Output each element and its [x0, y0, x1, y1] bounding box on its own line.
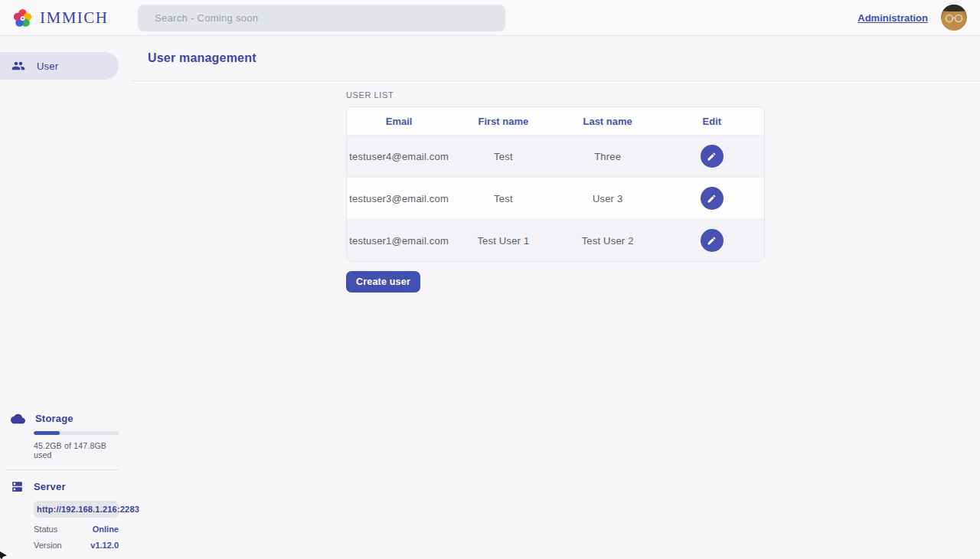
dns-server-icon [11, 480, 24, 493]
glasses-icon [944, 14, 964, 23]
table-body: testuser4@email.com Test Three testuser3… [347, 135, 764, 261]
pencil-icon [707, 152, 717, 162]
cloud-icon [11, 414, 25, 424]
cell-email: testuser3@email.com [347, 193, 451, 204]
administration-link[interactable]: Administration [858, 12, 928, 24]
user-avatar[interactable] [941, 5, 967, 31]
table-row: testuser4@email.com Test Three [347, 135, 764, 177]
version-label: Version [34, 541, 62, 550]
search-bar [138, 5, 505, 31]
cell-email: testuser1@email.com [347, 235, 451, 247]
cell-first-name: Test User 1 [451, 235, 555, 247]
storage-progress-fill [34, 431, 60, 435]
page-title: User management [148, 51, 256, 65]
storage-progress-bar [34, 431, 119, 435]
server-status-row: Status Online [34, 525, 119, 534]
storage-section: Storage 45.2GB of 147.8GB used [11, 413, 119, 459]
cell-last-name: User 3 [556, 193, 660, 204]
cell-edit [660, 145, 764, 168]
cell-last-name: Test User 2 [556, 235, 660, 247]
sidebar-item-label: User [37, 60, 58, 72]
edit-user-button[interactable] [701, 187, 724, 210]
storage-usage-text: 45.2GB of 147.8GB used [34, 441, 119, 459]
table-row: testuser3@email.com Test User 3 [347, 177, 764, 219]
top-navbar: IMMICH Administration [0, 0, 980, 36]
column-header-last-name: Last name [556, 116, 660, 127]
page-header: User management [131, 36, 980, 81]
people-group-icon [11, 59, 25, 73]
sidebar: User Storage 45.2GB of 147.8GB used [0, 36, 131, 559]
table-header-row: Email First name Last name Edit [347, 107, 764, 135]
cell-email: testuser4@email.com [347, 151, 451, 162]
immich-flower-icon [12, 8, 33, 28]
version-value: v1.12.0 [90, 541, 119, 550]
cell-edit [660, 229, 764, 252]
sidebar-footer: Storage 45.2GB of 147.8GB used Server [0, 413, 131, 559]
server-version-row: Version v1.12.0 [34, 541, 119, 550]
user-table: Email First name Last name Edit testuser… [346, 106, 765, 262]
user-list-section: USER LIST Email First name Last name Edi… [346, 90, 765, 293]
search-input[interactable] [138, 5, 505, 31]
footer-divider [6, 469, 119, 470]
table-row: testuser1@email.com Test User 1 Test Use… [347, 219, 764, 261]
user-list-label: USER LIST [346, 90, 765, 100]
pencil-icon [707, 236, 717, 246]
status-label: Status [34, 525, 57, 534]
content-area: User management USER LIST Email First na… [131, 36, 980, 559]
cell-edit [660, 187, 764, 210]
server-url-chip: http://192.168.1.216:2283 [34, 501, 119, 518]
cell-last-name: Three [556, 151, 660, 162]
create-user-button[interactable]: Create user [346, 271, 420, 293]
status-value: Online [93, 525, 119, 534]
column-header-first-name: First name [451, 116, 555, 127]
navbar-right: Administration [858, 5, 980, 31]
column-header-email: Email [347, 116, 451, 127]
app-logo[interactable]: IMMICH [0, 8, 109, 28]
edit-user-button[interactable] [701, 145, 724, 168]
cell-first-name: Test [451, 193, 555, 204]
server-title: Server [34, 481, 66, 492]
pencil-icon [707, 194, 717, 204]
server-section: Server http://192.168.1.216:2283 Status … [11, 480, 119, 550]
storage-title: Storage [35, 413, 74, 424]
column-header-edit: Edit [660, 116, 764, 127]
sidebar-nav: User [0, 36, 131, 80]
app-title: IMMICH [40, 8, 109, 28]
sidebar-item-user[interactable]: User [0, 52, 119, 80]
cell-first-name: Test [451, 151, 555, 162]
edit-user-button[interactable] [701, 229, 724, 252]
